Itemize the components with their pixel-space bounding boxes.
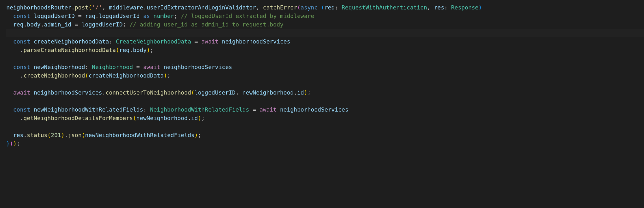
code-line: req.body.admin_id = loggedUserID; // add… [6, 20, 644, 29]
code-line [6, 80, 644, 88]
code-line [6, 97, 644, 105]
string-literal: '/' [92, 4, 102, 11]
code-line: .parseCreateNeighborhoodData(req.body); [6, 46, 644, 54]
method-call: post [75, 4, 88, 11]
code-line: neighborhoodsRouter.post('/', middleware… [6, 3, 644, 12]
code-line [6, 122, 644, 131]
code-line: const loggedUserID = req.loggedUserId as… [6, 12, 644, 20]
code-line: res.status(201).json(newNeighborhoodWith… [6, 131, 644, 139]
code-editor[interactable]: neighborhoodsRouter.post('/', middleware… [6, 3, 644, 148]
code-line: const createNeighborhoodData: CreateNeig… [6, 37, 644, 46]
code-line: await neighborhoodServices.connectUserTo… [6, 88, 644, 97]
code-line: })); [6, 139, 644, 148]
code-line: const newNeighborhood: Neighborhood = aw… [6, 63, 644, 71]
object-ref: neighborhoodsRouter [6, 4, 71, 11]
code-line: .getNeighborhoodDetailsForMembers(newNei… [6, 114, 644, 122]
code-line: const newNeighborhoodWithRelatedFields: … [6, 105, 644, 114]
code-line-active [6, 29, 644, 37]
code-line: .createNeighborhood(createNeighborhoodDa… [6, 71, 644, 80]
comment: // loggedUserId extracted by middleware [181, 13, 314, 19]
code-line [6, 54, 644, 63]
comment: // adding user_id as admin_id to request… [129, 21, 283, 28]
